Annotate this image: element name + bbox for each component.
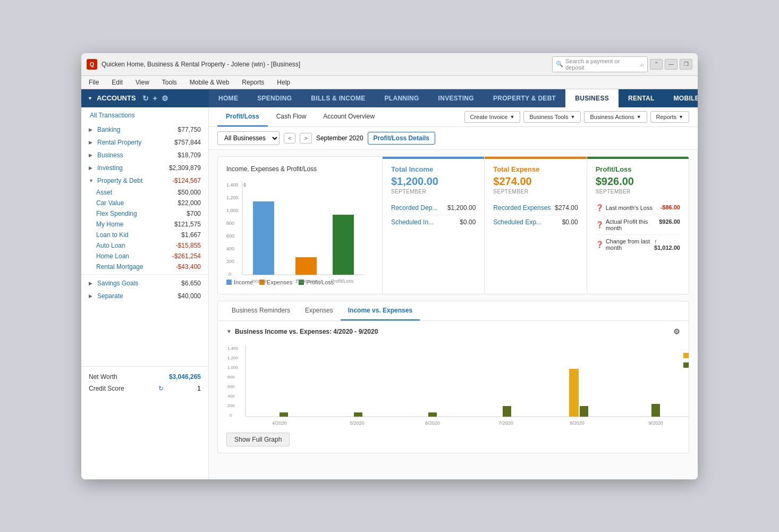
- sidebar-amount-banking: $77,750: [178, 126, 201, 133]
- menu-mobile-web[interactable]: Mobile & Web: [188, 78, 231, 87]
- accounts-settings-icon[interactable]: ⚙: [162, 94, 168, 103]
- next-period-button[interactable]: >: [300, 133, 311, 143]
- sidebar-sub-home[interactable]: My Home $121,575: [81, 219, 208, 230]
- settings-gear-icon[interactable]: ⚙: [673, 327, 680, 336]
- svg-text:1,000: 1,000: [227, 365, 239, 370]
- expense-top-bar: [485, 157, 586, 159]
- svg-text:1,000: 1,000: [226, 208, 239, 213]
- accounts-refresh-icon[interactable]: ↻: [142, 94, 149, 103]
- profit-row-0-label: Last month's Loss: [606, 205, 653, 211]
- maximize-button[interactable]: —: [665, 59, 678, 70]
- expense-row-0: Recorded Expenses $274.00: [493, 201, 578, 215]
- sidebar-label-investing: Investing: [97, 164, 169, 172]
- subnav-cash-flow[interactable]: Cash Flow: [268, 107, 315, 126]
- tab-planning[interactable]: PLANNING: [375, 89, 428, 107]
- sidebar-item-property-debt[interactable]: ▼ Property & Debt -$124,567: [81, 174, 208, 187]
- svg-text:Expenses: Expenses: [295, 278, 317, 284]
- tab-bills-income[interactable]: BILLS & INCOME: [301, 89, 375, 107]
- sidebar-sub-label-home-loan: Home Loan: [96, 252, 172, 260]
- bar-7-2020-expense: [503, 406, 511, 417]
- business-actions-button[interactable]: Business Actions ▼: [584, 111, 647, 123]
- profit-row-2: ❓ Change from last month ↑ $1,012.00: [596, 235, 680, 254]
- tab-investing[interactable]: INVESTING: [429, 89, 484, 107]
- sidebar-item-separate[interactable]: ▶ Separate $40,000: [81, 290, 208, 302]
- credit-score-row[interactable]: Credit Score ↻ 1: [89, 383, 201, 394]
- expense-period: SEPTEMBER: [493, 189, 578, 195]
- sub-nav-actions: Create Invoice ▼ Business Tools ▼ Busine…: [464, 111, 689, 123]
- all-transactions-link[interactable]: All Transactions: [81, 107, 208, 123]
- svg-text:$: $: [243, 182, 246, 188]
- sidebar-item-investing[interactable]: ▶ Investing $2,309,879: [81, 162, 208, 174]
- sidebar-item-banking[interactable]: ▶ Banking $77,750: [81, 123, 208, 136]
- sidebar-item-savings[interactable]: ▶ Savings Goals $6,650: [81, 277, 208, 290]
- minimize-button[interactable]: ⌃: [650, 59, 663, 70]
- expenses-bar: [295, 257, 317, 275]
- sidebar-sub-home-loan[interactable]: Home Loan -$261,254: [81, 251, 208, 261]
- subnav-profit-loss[interactable]: Profit/Loss: [217, 107, 268, 126]
- svg-text:1,200: 1,200: [226, 195, 239, 200]
- create-invoice-button[interactable]: Create Invoice ▼: [464, 111, 521, 123]
- menu-file[interactable]: File: [87, 78, 101, 87]
- accounts-add-icon[interactable]: +: [153, 94, 157, 103]
- tab-home[interactable]: HOME: [209, 89, 248, 107]
- close-button[interactable]: ❐: [680, 59, 692, 70]
- sidebar-label-business: Business: [97, 151, 178, 159]
- reports-button[interactable]: Reports ▼: [650, 111, 689, 123]
- refresh-icon[interactable]: ↻: [158, 385, 164, 392]
- help-icon[interactable]: ❓: [596, 221, 604, 229]
- svg-text:1,400: 1,400: [226, 182, 239, 188]
- collapse-icon[interactable]: ▼: [226, 328, 232, 334]
- svg-text:1,400: 1,400: [227, 346, 239, 351]
- profit-bar: [333, 215, 354, 275]
- profit-panel-title: Profit/Loss: [596, 165, 680, 173]
- business-tools-button[interactable]: Business Tools ▼: [523, 111, 581, 123]
- sidebar-sub-amount-rental-mortgage: -$43,400: [176, 263, 201, 271]
- prev-period-button[interactable]: <: [284, 133, 295, 143]
- subnav-account-overview[interactable]: Account Overview: [315, 107, 383, 126]
- sidebar-sub-flex[interactable]: Flex Spending $700: [81, 208, 208, 219]
- sidebar-sub-loan-kid[interactable]: Loan to Kid $1,667: [81, 230, 208, 240]
- sidebar-sub-amount-asset: $50,000: [178, 189, 201, 196]
- business-selector[interactable]: All Businesses: [217, 131, 280, 145]
- help-icon[interactable]: ❓: [596, 241, 604, 248]
- pl-details-button[interactable]: Profit/Loss Details: [368, 132, 435, 145]
- bottom-chart-svg: 1,400 1,200 1,000 800 600 400 200 0: [226, 342, 680, 427]
- profit-row-1-label: Actual Profit this month: [606, 218, 659, 231]
- profit-row-0-value: -$86.00: [661, 204, 680, 210]
- svg-text:400: 400: [226, 246, 234, 251]
- expense-amount: $274.00: [493, 175, 578, 188]
- show-full-graph-button[interactable]: Show Full Graph: [226, 433, 290, 446]
- sidebar-item-rental-property[interactable]: ▶ Rental Property $757,844: [81, 136, 208, 149]
- svg-text:200: 200: [227, 403, 235, 408]
- sidebar-item-business[interactable]: ▶ Business $18,709: [81, 149, 208, 162]
- tab-mobile-web[interactable]: MOBILE & WEB: [664, 89, 698, 107]
- sidebar-amount-business: $18,709: [178, 151, 201, 159]
- sidebar-sub-car[interactable]: Car Value $22,000: [81, 198, 208, 208]
- menu-view[interactable]: View: [133, 78, 151, 87]
- menu-tools[interactable]: Tools: [160, 78, 179, 87]
- profit-top-bar: [587, 157, 689, 159]
- tab-expenses[interactable]: Expenses: [298, 301, 341, 320]
- sidebar-sub-label-loan-kid: Loan to Kid: [96, 231, 181, 239]
- svg-text:800: 800: [227, 375, 235, 379]
- search-box[interactable]: 🔍 Search a payment or deposit ⌕: [552, 56, 648, 72]
- tab-business-reminders[interactable]: Business Reminders: [224, 301, 298, 320]
- bottom-tabs-nav: Business Reminders Expenses Income vs. E…: [218, 301, 689, 321]
- tab-rental[interactable]: RENTAL: [619, 89, 664, 107]
- sidebar-sub-auto-loan[interactable]: Auto Loan -$15,855: [81, 240, 208, 251]
- business-tools-label: Business Tools: [529, 114, 568, 120]
- menu-help[interactable]: Help: [275, 78, 292, 87]
- tab-business[interactable]: BUSINESS: [565, 89, 619, 107]
- tab-spending[interactable]: SPENDING: [248, 89, 301, 107]
- svg-text:0: 0: [228, 272, 231, 277]
- sidebar-sub-rental-mortgage[interactable]: Rental Mortgage -$43,400: [81, 261, 208, 272]
- tab-property-debt[interactable]: PROPERTY & DEBT: [484, 89, 565, 107]
- sidebar-amount-investing: $2,309,879: [169, 164, 201, 172]
- expense-row-1-value: $0.00: [562, 218, 578, 226]
- sidebar-sub-asset[interactable]: Asset $50,000: [81, 187, 208, 198]
- tab-income-vs-expenses[interactable]: Income vs. Expenses: [341, 301, 420, 320]
- sidebar-sub-amount-home-loan: -$261,254: [172, 252, 201, 260]
- menu-reports[interactable]: Reports: [240, 78, 266, 87]
- menu-edit[interactable]: Edit: [109, 78, 125, 87]
- help-icon[interactable]: ❓: [596, 204, 604, 212]
